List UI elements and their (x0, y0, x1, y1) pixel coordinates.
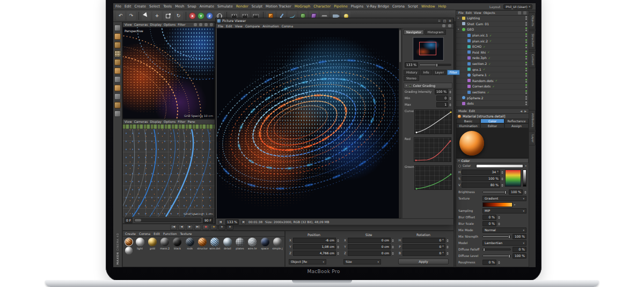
material-cell[interactable]: wire.det (209, 238, 221, 250)
live-selection-tool[interactable] (142, 11, 151, 20)
zoom-out-button[interactable]: ◀ (218, 220, 223, 224)
stepper[interactable] (337, 238, 339, 243)
position-y-field[interactable]: 1,08 cm (293, 244, 336, 249)
material-cell[interactable]: mass.2 (159, 238, 171, 250)
material-cell[interactable]: black (171, 238, 183, 250)
om-menu-file[interactable]: File (458, 11, 464, 14)
menu-character[interactable]: Character (313, 4, 331, 9)
color-grading-header[interactable]: ▾ ✓ Color Grading (404, 83, 452, 89)
vp-menu-options[interactable]: Options (164, 120, 175, 123)
vp-menu-cameras[interactable]: Cameras (134, 120, 148, 123)
menu-snap[interactable]: Snap (187, 4, 196, 9)
grading-max-field[interactable]: 1 (436, 102, 448, 107)
close-button[interactable]: × (448, 19, 452, 23)
enabled-check-icon[interactable]: ✓ (488, 62, 491, 65)
value-field[interactable]: 80 % (462, 182, 500, 188)
edges-mode-icon[interactable] (114, 59, 121, 65)
zoom-value[interactable]: 133 % (225, 219, 239, 225)
scrollbar-thumb[interactable] (399, 30, 401, 62)
vp-menu-display[interactable]: Display (150, 23, 162, 26)
position-x-field[interactable]: -6 cm (293, 238, 336, 243)
navigator-selection-rect[interactable] (419, 42, 436, 55)
minimize-button[interactable]: – (437, 19, 441, 23)
menu-render[interactable]: Render (236, 4, 248, 9)
stepper[interactable] (337, 251, 339, 256)
brightness-field[interactable]: 100 % (509, 189, 523, 195)
stepper[interactable] (449, 90, 451, 94)
brightness-slider[interactable] (482, 191, 507, 193)
pan-view-icon[interactable] (194, 23, 197, 26)
size-y-field[interactable]: 0 cm (348, 244, 391, 249)
blur-offset-field[interactable]: 0 % (482, 215, 496, 220)
visibility-dots[interactable] (525, 27, 527, 31)
menu-select[interactable]: Select (149, 4, 160, 9)
enabled-check-icon[interactable]: ✓ (483, 45, 485, 48)
rotate-view-icon[interactable] (204, 23, 208, 26)
material-cell[interactable]: plates (234, 238, 246, 250)
mat-menu-texture[interactable]: Texture (180, 232, 192, 236)
tab-layer[interactable]: Layer (433, 70, 447, 75)
object-row[interactable]: Corner.dots ✓ (456, 84, 529, 90)
menu-edit[interactable]: Edit (125, 4, 131, 9)
enabled-check-icon[interactable]: ✓ (488, 73, 491, 77)
stepper[interactable] (498, 215, 500, 220)
vp-menu-display[interactable]: Display (150, 120, 162, 123)
hue-field[interactable]: 34 ° (462, 170, 500, 175)
pv-menu-animation[interactable]: Animation (262, 24, 279, 28)
size-x-field[interactable]: 0 cm (348, 238, 391, 243)
previous-frame-button[interactable]: ◀ (178, 225, 185, 230)
object-row[interactable]: section.2 ✓ (456, 61, 529, 67)
diffuse-falloff-slider[interactable] (482, 248, 511, 251)
gear-icon[interactable] (448, 24, 451, 27)
mat-menu-edit[interactable]: Edit (153, 232, 160, 236)
pv-menu-view[interactable]: View (235, 24, 243, 28)
om-menu-edit[interactable]: Edit (466, 11, 472, 14)
tab-illumination[interactable]: Illumination (456, 123, 480, 128)
vp-menu-options[interactable]: Options (164, 23, 175, 26)
stepper[interactable] (498, 260, 500, 265)
color-section-header[interactable]: ▾ Color (456, 158, 529, 163)
menu-plugins[interactable]: Plugins (351, 4, 363, 9)
undo-button[interactable]: ↶ (116, 11, 125, 20)
saturation-field[interactable]: 100 % (462, 176, 500, 181)
material-cell[interactable]: rods (184, 238, 196, 250)
stepper[interactable] (449, 96, 451, 101)
mix-strength-slider[interactable] (482, 236, 511, 238)
object-row[interactable]: ECHO ✓ (456, 44, 529, 50)
color-grading-checkbox[interactable]: ✓ (409, 84, 412, 87)
object-row[interactable]: qnx.1 ✓ (456, 67, 529, 72)
mix-mode-dropdown[interactable]: Normal▾ (482, 227, 526, 233)
pv-menu-compare[interactable]: Compare (245, 24, 260, 28)
workplane-mode-icon[interactable] (114, 76, 121, 83)
sampling-dropdown[interactable]: MIP▾ (482, 208, 526, 214)
timeline-thumb[interactable] (135, 219, 141, 222)
material-thumb-active[interactable] (125, 238, 133, 246)
value-gradient-bar[interactable] (523, 170, 526, 187)
menu-pipeline[interactable]: Pipeline (334, 4, 347, 9)
mat-menu-corona[interactable]: Corona (139, 232, 150, 236)
visibility-dots[interactable] (525, 39, 527, 43)
stepper[interactable] (392, 251, 394, 256)
tab-structure[interactable]: Structure (529, 31, 536, 50)
gear-icon[interactable] (523, 11, 526, 14)
visibility-dots[interactable] (525, 90, 527, 94)
visibility-dots[interactable] (525, 56, 527, 60)
stepper[interactable] (449, 102, 451, 107)
rotation-b-field[interactable]: 0 ° (402, 251, 445, 256)
enabled-check-icon[interactable]: ✓ (489, 39, 492, 42)
mat-menu-function[interactable]: Function (163, 232, 177, 236)
timeline-start-field[interactable]: 0 F (125, 218, 133, 223)
menu-tools[interactable]: Tools (163, 4, 172, 9)
goto-start-button[interactable]: |◀ (170, 225, 177, 230)
tab-filter[interactable]: Filter (447, 70, 460, 75)
texture-mode-icon[interactable] (114, 85, 121, 91)
stepper[interactable] (501, 170, 503, 175)
material-cell[interactable]: space (259, 238, 270, 250)
visibility-dots[interactable] (525, 79, 527, 83)
tab-reflectance[interactable]: Reflectance (504, 119, 529, 123)
pv-menu-file[interactable]: File (218, 24, 223, 28)
vp-menu-filter[interactable]: Filter (178, 120, 185, 123)
mix-strength-field[interactable]: 100 % (513, 234, 526, 239)
forward-arrow-icon[interactable]: ▶ (524, 110, 526, 113)
move-tool[interactable]: + (152, 11, 162, 20)
